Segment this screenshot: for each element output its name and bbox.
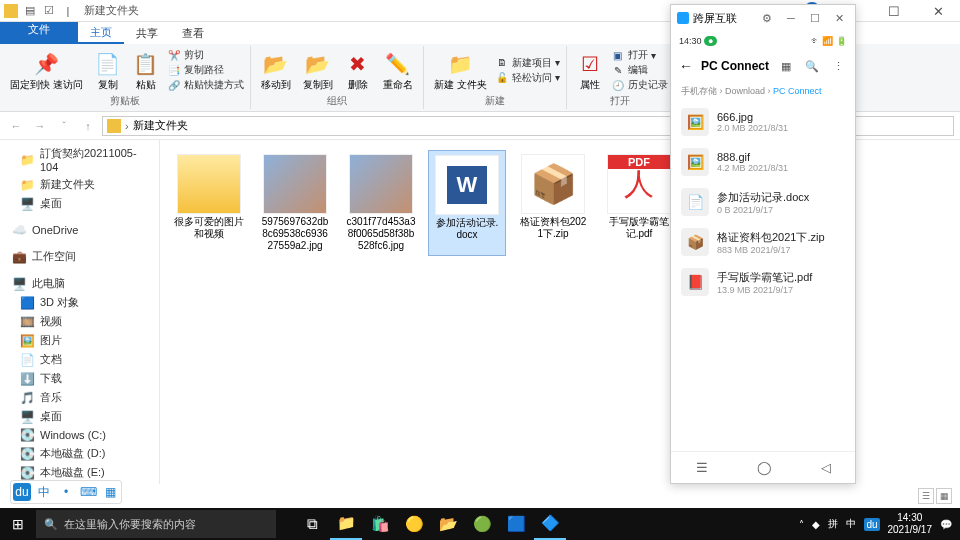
sidebar-item[interactable]: ☁️OneDrive xyxy=(0,221,159,239)
app-store[interactable]: 🛍️ xyxy=(364,508,396,540)
task-view-icon[interactable]: ⧉ xyxy=(296,508,328,540)
sidebar-item[interactable]: 💼工作空间 xyxy=(0,247,159,266)
phone-file-item[interactable]: 📄参加活动记录.docx0 B 2021/9/17 xyxy=(671,182,855,222)
view-details-icon[interactable]: ☰ xyxy=(918,488,934,504)
tray-app-icon[interactable]: ◆ xyxy=(812,519,820,530)
cut-button[interactable]: ✂️剪切 xyxy=(167,48,244,62)
file-item[interactable]: 很多可爱的图片和视频 xyxy=(170,150,248,256)
sidebar-item-icon: 💽 xyxy=(20,447,34,461)
tray-du-icon[interactable]: du xyxy=(864,518,879,531)
edit-button[interactable]: ✎编辑 xyxy=(611,63,668,77)
file-item[interactable]: c301f77d453a38f0065d58f38b528fc6.jpg xyxy=(342,150,420,256)
sidebar-item[interactable]: 🎞️视频 xyxy=(0,312,159,331)
history-button[interactable]: 🕘历史记录 xyxy=(611,78,668,92)
phone-file-name: 888.gif xyxy=(717,151,845,163)
phone-file-icon: 📦 xyxy=(681,228,709,256)
ime-keyboard-icon[interactable]: ⌨ xyxy=(79,483,97,501)
phone-nav-back[interactable]: ◁ xyxy=(821,460,831,475)
phone-nav-home[interactable]: ◯ xyxy=(757,460,772,475)
open-button[interactable]: ▣打开 ▾ xyxy=(611,48,668,62)
taskbar-search[interactable]: 🔍 在这里输入你要搜索的内容 xyxy=(36,510,276,538)
phone-back-button[interactable]: ← xyxy=(679,58,693,74)
sidebar-item[interactable]: 🖼️图片 xyxy=(0,331,159,350)
phone-more-icon[interactable]: ⋮ xyxy=(829,60,847,73)
paste-button[interactable]: 📋粘贴 xyxy=(129,49,163,92)
qat-save-icon[interactable]: ▤ xyxy=(22,3,38,19)
phone-file-item[interactable]: 🖼️888.gif4.2 MB 2021/8/31 xyxy=(671,142,855,182)
ime-toolbar[interactable]: du 中 • ⌨ ▦ xyxy=(10,480,122,504)
ime-punct-icon[interactable]: • xyxy=(57,483,75,501)
easy-access-button[interactable]: 🔓轻松访问 ▾ xyxy=(495,71,560,85)
app-wechat[interactable]: 🟢 xyxy=(466,508,498,540)
copy-path-button[interactable]: 📑复制路径 xyxy=(167,63,244,77)
phone-nav-menu[interactable]: ☰ xyxy=(696,460,708,475)
phone-close-button[interactable]: ✕ xyxy=(829,12,849,25)
file-thumbnail xyxy=(521,154,585,214)
app-phone-link[interactable]: 🔷 xyxy=(534,508,566,540)
ime-cn-icon[interactable]: 中 xyxy=(35,483,53,501)
sidebar-item[interactable]: 🖥️桌面 xyxy=(0,194,159,213)
app-chrome[interactable]: 🟡 xyxy=(398,508,430,540)
phone-file-item[interactable]: 📦格证资料包2021下.zip883 MB 2021/9/17 xyxy=(671,222,855,262)
sidebar-item-label: 3D 对象 xyxy=(40,295,79,310)
copy-button[interactable]: 📄复制 xyxy=(91,49,125,92)
phone-grid-icon[interactable]: ▦ xyxy=(777,60,795,73)
app-outlook[interactable]: 🟦 xyxy=(500,508,532,540)
sidebar-item[interactable]: 🖥️此电脑 xyxy=(0,274,159,293)
maximize-button[interactable]: ☐ xyxy=(872,0,916,22)
view-large-icon[interactable]: ▦ xyxy=(936,488,952,504)
new-item-button[interactable]: 🗎新建项目 ▾ xyxy=(495,56,560,70)
app-explorer[interactable]: 📁 xyxy=(330,508,362,540)
move-to-button[interactable]: 📂移动到 xyxy=(257,49,295,92)
ime-grid-icon[interactable]: ▦ xyxy=(101,483,119,501)
sidebar-item[interactable]: 📁訂貨契約20211005-104 xyxy=(0,144,159,175)
properties-button[interactable]: ☑属性 xyxy=(573,49,607,92)
phone-search-icon[interactable]: 🔍 xyxy=(803,60,821,73)
tray-cn-icon[interactable]: 中 xyxy=(846,517,856,531)
notifications-icon[interactable]: 💬 xyxy=(940,519,952,530)
app-folder[interactable]: 📂 xyxy=(432,508,464,540)
sidebar-item[interactable]: 🖥️桌面 xyxy=(0,407,159,426)
rename-button[interactable]: ✏️重命名 xyxy=(379,49,417,92)
sidebar-item[interactable]: 📄文档 xyxy=(0,350,159,369)
sidebar-item[interactable]: 💽Windows (C:) xyxy=(0,426,159,444)
file-name: 手写版学霸笔记.pdf xyxy=(604,216,674,240)
nav-forward-button[interactable]: → xyxy=(30,116,50,136)
file-item[interactable]: 参加活动记录.docx xyxy=(428,150,506,256)
tray-overflow-icon[interactable]: ˄ xyxy=(799,519,804,530)
copy-to-button[interactable]: 📂复制到 xyxy=(299,49,337,92)
tab-file[interactable]: 文件 xyxy=(0,22,78,44)
new-folder-button[interactable]: 📁新建 文件夹 xyxy=(430,49,491,92)
sidebar-item[interactable]: 🎵音乐 xyxy=(0,388,159,407)
close-button[interactable]: ✕ xyxy=(916,0,960,22)
nav-recent-button[interactable]: ˇ xyxy=(54,116,74,136)
tab-view[interactable]: 查看 xyxy=(170,22,216,44)
taskbar-clock[interactable]: 14:302021/9/17 xyxy=(888,512,933,536)
phone-maximize-button[interactable]: ☐ xyxy=(805,12,825,25)
nav-up-button[interactable]: ↑ xyxy=(78,116,98,136)
start-button[interactable]: ⊞ xyxy=(0,516,36,532)
pin-button[interactable]: 📌固定到快 速访问 xyxy=(6,49,87,92)
tray-ime-icon[interactable]: 拼 xyxy=(828,517,838,531)
ime-logo-icon[interactable]: du xyxy=(13,483,31,501)
phone-header-title: PC Connect xyxy=(701,59,769,73)
file-item[interactable]: 格证资料包2021下.zip xyxy=(514,150,592,256)
breadcrumb-current[interactable]: 新建文件夹 xyxy=(133,118,188,133)
qat-check-icon[interactable]: ☑ xyxy=(41,3,57,19)
file-item[interactable]: 手写版学霸笔记.pdf xyxy=(600,150,678,256)
phone-file-item[interactable]: 🖼️666.jpg2.0 MB 2021/8/31 xyxy=(671,102,855,142)
sidebar-item-label: 桌面 xyxy=(40,409,62,424)
phone-minimize-button[interactable]: ─ xyxy=(781,12,801,24)
delete-button[interactable]: ✖删除 xyxy=(341,49,375,92)
phone-file-item[interactable]: 📕手写版学霸笔记.pdf13.9 MB 2021/9/17 xyxy=(671,262,855,302)
nav-back-button[interactable]: ← xyxy=(6,116,26,136)
sidebar-item[interactable]: ⬇️下载 xyxy=(0,369,159,388)
tab-share[interactable]: 共享 xyxy=(124,22,170,44)
phone-settings-icon[interactable]: ⚙ xyxy=(757,12,777,25)
tab-home[interactable]: 主页 xyxy=(78,22,124,44)
sidebar-item[interactable]: 🟦3D 对象 xyxy=(0,293,159,312)
file-item[interactable]: 5975697632db8c69538c693627559a2.jpg xyxy=(256,150,334,256)
sidebar-item[interactable]: 💽本地磁盘 (D:) xyxy=(0,444,159,463)
sidebar-item[interactable]: 📁新建文件夹 xyxy=(0,175,159,194)
paste-shortcut-button[interactable]: 🔗粘贴快捷方式 xyxy=(167,78,244,92)
